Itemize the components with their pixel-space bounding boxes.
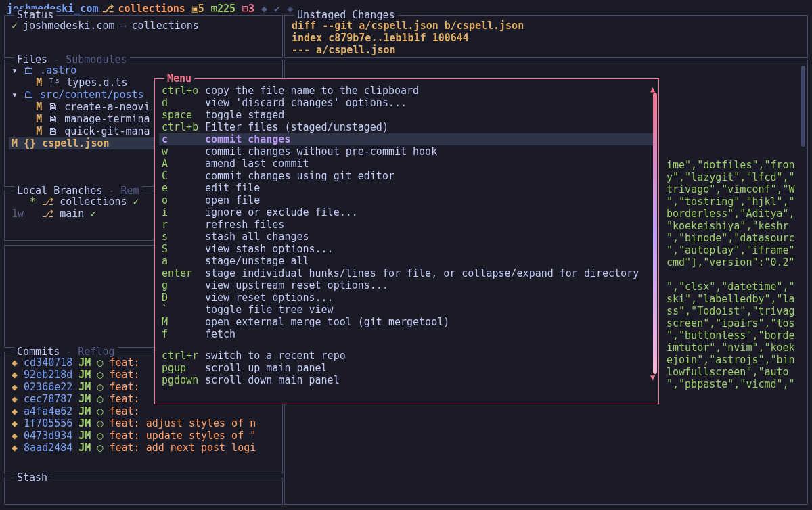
scroll-track[interactable] (653, 93, 657, 374)
menu-desc: commit changes (205, 133, 290, 145)
commit-entry[interactable]: ◆ 8aad2484 JM ◯ feat: add next post logi (12, 442, 275, 454)
stash-panel[interactable]: Stash (4, 478, 283, 505)
diff-header-line: diff --git a/cspell.json b/cspell.json (292, 20, 800, 32)
menu-key: M (162, 316, 205, 328)
menu-item[interactable]: c commit changes (159, 133, 654, 145)
menu-item[interactable]: pgup scroll up main panel (159, 362, 654, 374)
diff-line: ","autoplay","iframe", (667, 244, 795, 256)
diff-line: ","tostring","hjkl"," (667, 195, 795, 208)
menu-item[interactable]: D view reset options... (159, 292, 654, 304)
stat-icon-2: ⊞ 225 (211, 3, 235, 15)
file-entry[interactable]: ▾ 🗀 .astro (12, 64, 275, 76)
diff-line: "koekeishiya","keshr (667, 220, 795, 232)
diff-line: ss","Todoist","trivag (667, 305, 795, 317)
menu-item[interactable]: ` toggle file tree view (159, 304, 654, 316)
diff-line: imtutor","nvim","koek (667, 342, 795, 354)
menu-key: S (162, 243, 205, 255)
commit-entry[interactable]: ◆ a4fa4e62 JM ◯ feat: (12, 405, 275, 417)
menu-item[interactable]: f fetch (159, 328, 654, 340)
unstaged-panel[interactable]: Unstaged Changes diff --git a/cspell.jso… (284, 15, 808, 58)
scrollbar-thumb[interactable] (801, 66, 805, 147)
scroll-down-icon[interactable]: ▼ (650, 371, 655, 384)
menu-desc: stage/unstage all (205, 255, 309, 267)
status-panel[interactable]: Status ✓ joshmedeski.com → collections (4, 15, 283, 58)
menu-desc: toggle file tree view (205, 304, 334, 316)
menu-key: ` (162, 304, 205, 316)
menu-desc: scroll up main panel (205, 362, 328, 374)
menu-desc: scroll down main panel (205, 374, 340, 386)
menu-desc: view 'discard changes' options... (205, 97, 407, 109)
menu-item[interactable]: e edit file (159, 182, 654, 194)
repo-name: joshmedeski.com (23, 20, 114, 32)
menu-item[interactable]: i ignore or exclude file... (159, 206, 654, 218)
tool-icon-3: ◈ (287, 3, 293, 15)
menu-desc: commit changes without pre-commit hook (205, 145, 437, 158)
scrollbar[interactable] (800, 63, 807, 501)
diff-header-line: index c879b7e..1eb1b1f 100644 (292, 32, 800, 44)
diff-line: borderless","Aditya", (667, 208, 795, 220)
menu-key: i (162, 206, 205, 218)
diff-line: cmd"],"version":"0.2" (667, 256, 795, 269)
menu-key: r (162, 218, 205, 231)
menu-item[interactable]: C commit changes using git editor (159, 170, 654, 182)
branches-title2: - Rem (102, 185, 139, 197)
menu-item[interactable]: w commit changes without pre-commit hook (159, 145, 654, 158)
menu-key: s (162, 231, 205, 243)
menu-desc: copy the file name to the clipboard (205, 85, 419, 97)
menu-item[interactable]: ctrl+o copy the file name to the clipboa… (159, 85, 654, 97)
diff-line: screen","ipairs","tos (667, 317, 795, 329)
menu-item[interactable]: o open file (159, 194, 654, 206)
menu-item[interactable]: enter stage individual hunks/lines for f… (159, 267, 654, 279)
menu-desc: fetch (205, 328, 235, 340)
menu-scrollbar[interactable]: ▲ ▼ (653, 85, 657, 382)
menu-desc: open external merge tool (git mergetool) (205, 316, 449, 328)
menu-item[interactable]: r refresh files (159, 218, 654, 231)
diff-line: y","lazygit","lfcd"," (667, 171, 795, 183)
menu-key: D (162, 292, 205, 304)
menu-item[interactable]: S view stash options... (159, 243, 654, 255)
menu-item[interactable]: ctrl+b Filter files (staged/unstaged) (159, 121, 654, 133)
branches-title: Local Branches (17, 185, 102, 197)
diff-line: trivago","vimconf","W (667, 183, 795, 195)
menu-key: c (162, 133, 205, 145)
files-title2: - Submodules (47, 53, 127, 66)
menu-key: w (162, 145, 205, 158)
unstaged-title: Unstaged Changes (297, 9, 395, 21)
menu-item[interactable]: a stage/unstage all (159, 255, 654, 267)
diff-content: ime","dotfiles","frony","lazygit","lfcd"… (667, 159, 795, 390)
diff-line: ejoin","astrojs","bin (667, 354, 795, 366)
status-title: Status (17, 9, 53, 21)
diff-line (667, 269, 795, 281)
menu-key: C (162, 170, 205, 182)
menu-popup[interactable]: Menu ctrl+o copy the file name to the cl… (154, 78, 659, 404)
menu-desc: view upstream reset options... (205, 279, 388, 292)
menu-desc: refresh files (205, 218, 284, 231)
diff-line: ","buttonless","borde (667, 329, 795, 342)
menu-desc: ignore or exclude file... (205, 206, 358, 218)
menu-item[interactable]: s stash all changes (159, 231, 654, 243)
tool-icon-2: ✔ (274, 3, 280, 15)
diff-line: ","pbpaste","vicmd"," (667, 378, 795, 390)
diff-line: ","clsx","datetime"," (667, 281, 795, 293)
menu-item[interactable]: d view 'discard changes' options... (159, 97, 654, 109)
commits-title2: - Reflog (60, 346, 114, 358)
menu-item[interactable]: A amend last commit (159, 158, 654, 170)
menu-key: ctrl+b (162, 121, 205, 133)
menu-item[interactable]: ctrl+r switch to a recent repo (159, 350, 654, 362)
menu-key: o (162, 194, 205, 206)
stash-title: Stash (17, 471, 47, 484)
commit-entry[interactable]: ◆ 0473d934 JM ◯ feat: update styles of " (12, 430, 275, 442)
menu-item[interactable]: pgdown scroll down main panel (159, 374, 654, 386)
diff-line: ","binode","datasourc (667, 232, 795, 244)
tool-icon-1: ◆ (261, 3, 267, 15)
menu-item[interactable]: M open external merge tool (git mergetoo… (159, 316, 654, 328)
menu-desc: amend last commit (205, 158, 309, 170)
menu-key: d (162, 97, 205, 109)
commit-entry[interactable]: ◆ 1f705556 JM ◯ feat: adjust styles of n (12, 417, 275, 430)
menu-item[interactable]: g view upstream reset options... (159, 279, 654, 292)
menu-key: enter (162, 267, 205, 279)
commits-title: Commits (17, 346, 60, 358)
menu-title: Menu (164, 72, 194, 85)
menu-item[interactable]: space toggle staged (159, 109, 654, 121)
menu-key: pgup (162, 362, 205, 374)
